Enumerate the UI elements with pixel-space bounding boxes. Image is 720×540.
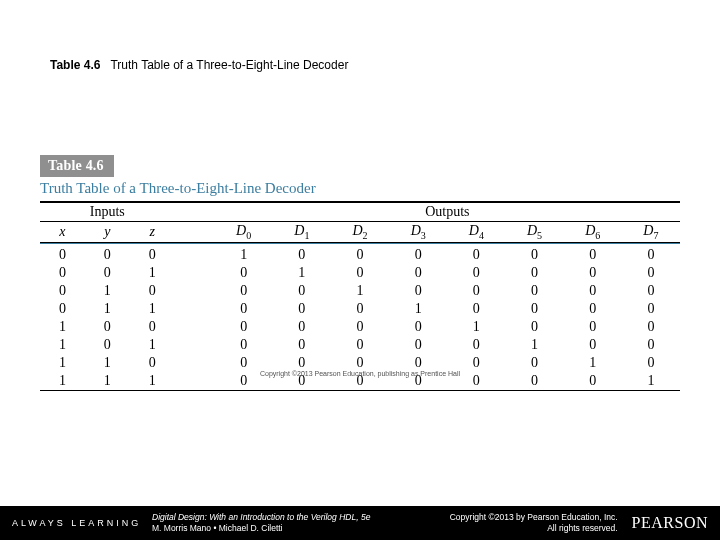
cell: 0	[447, 264, 505, 282]
cell: 0	[40, 246, 85, 264]
cell: 0	[273, 336, 331, 354]
copyright: Copyright ©2013 by Pearson Education, In…	[450, 512, 626, 533]
col-d7: D7	[622, 222, 680, 243]
cell: 0	[273, 300, 331, 318]
slide: Table 4.6Truth Table of a Three-to-Eight…	[0, 0, 720, 540]
cell: 0	[505, 246, 563, 264]
cell: 1	[130, 264, 175, 282]
cell: 0	[85, 318, 130, 336]
book-authors: M. Morris Mano • Michael D. Ciletti	[152, 523, 283, 533]
book-credit: Digital Design: With an Introduction to …	[122, 512, 450, 533]
cell: 1	[85, 282, 130, 300]
cell: 0	[505, 300, 563, 318]
cell: 0	[331, 318, 389, 336]
table-row: 00010000000	[40, 246, 680, 264]
cell: 0	[564, 300, 622, 318]
cell: 0	[447, 336, 505, 354]
group-inputs: Inputs	[40, 202, 175, 222]
figure-label: Table 4.6	[40, 155, 114, 177]
cell: 0	[331, 336, 389, 354]
cell: 0	[564, 318, 622, 336]
table-title: Truth Table of a Three-to-Eight-Line Dec…	[110, 58, 348, 72]
slide-heading: Table 4.6Truth Table of a Three-to-Eight…	[50, 58, 348, 72]
cell: 1	[273, 264, 331, 282]
cell: 0	[85, 246, 130, 264]
cell: 1	[130, 300, 175, 318]
cell: 0	[331, 264, 389, 282]
cell: 1	[85, 300, 130, 318]
cell: 0	[215, 282, 273, 300]
cell: 0	[505, 318, 563, 336]
cell: 0	[447, 282, 505, 300]
cell: 0	[622, 264, 680, 282]
cell: 0	[564, 264, 622, 282]
table-row: 01000100000	[40, 282, 680, 300]
cell: 0	[215, 300, 273, 318]
col-d5: D5	[505, 222, 563, 243]
cell: 0	[130, 282, 175, 300]
truth-table-figure: Table 4.6 Truth Table of a Three-to-Eigh…	[40, 155, 680, 391]
cell: 1	[40, 336, 85, 354]
header-row: x y z D0 D1 D2 D3 D4 D5 D6 D7	[40, 222, 680, 243]
col-d0: D0	[215, 222, 273, 243]
col-d6: D6	[564, 222, 622, 243]
table-row: 10000001000	[40, 318, 680, 336]
cell: 0	[273, 282, 331, 300]
book-title: Digital Design: With an Introduction to …	[152, 512, 370, 522]
cell: 0	[85, 264, 130, 282]
cell: 0	[40, 282, 85, 300]
truth-table-body: 0001000000000101000000010001000000110001…	[40, 246, 680, 391]
cell: 0	[622, 282, 680, 300]
col-y: y	[85, 222, 130, 243]
cell: 0	[130, 318, 175, 336]
cell: 1	[130, 336, 175, 354]
cell: 0	[564, 336, 622, 354]
cell: 0	[389, 336, 447, 354]
cell: 0	[622, 300, 680, 318]
cell: 0	[273, 246, 331, 264]
table-row: 01100010000	[40, 300, 680, 318]
cell: 0	[331, 300, 389, 318]
cell: 0	[622, 336, 680, 354]
footer-bar: ALWAYS LEARNING Digital Design: With an …	[0, 506, 720, 540]
cell: 0	[447, 246, 505, 264]
cell: 0	[505, 282, 563, 300]
col-d3: D3	[389, 222, 447, 243]
table-row: 00101000000	[40, 264, 680, 282]
cell: 0	[273, 318, 331, 336]
always-learning: ALWAYS LEARNING	[0, 518, 122, 528]
col-z: z	[130, 222, 175, 243]
cell: 0	[40, 300, 85, 318]
table-row: 10100000100	[40, 336, 680, 354]
cell: 0	[505, 264, 563, 282]
col-d2: D2	[331, 222, 389, 243]
col-d1: D1	[273, 222, 331, 243]
cell: 0	[85, 336, 130, 354]
cell: 0	[389, 282, 447, 300]
cell: 1	[40, 318, 85, 336]
cell: 0	[622, 318, 680, 336]
cell: 1	[505, 336, 563, 354]
truth-table: Inputs Outputs x y z D0 D1 D2 D3 D4 D5 D…	[40, 201, 680, 391]
image-credit: Copyright ©2013 Pearson Education, publi…	[0, 370, 720, 377]
group-outputs: Outputs	[215, 202, 680, 222]
cell: 0	[564, 282, 622, 300]
cell: 0	[622, 246, 680, 264]
cell: 1	[389, 300, 447, 318]
cell: 0	[331, 246, 389, 264]
cell: 1	[331, 282, 389, 300]
cell: 0	[447, 300, 505, 318]
col-x: x	[40, 222, 85, 243]
cell: 1	[215, 246, 273, 264]
cell: 0	[389, 318, 447, 336]
cell: 0	[215, 336, 273, 354]
cell: 1	[447, 318, 505, 336]
pearson-logo: PEARSON	[626, 514, 720, 532]
cell: 0	[389, 264, 447, 282]
table-number: Table 4.6	[50, 58, 100, 72]
cell: 0	[564, 246, 622, 264]
cell: 0	[130, 246, 175, 264]
figure-caption: Truth Table of a Three-to-Eight-Line Dec…	[40, 180, 680, 197]
cell: 0	[40, 264, 85, 282]
col-d4: D4	[447, 222, 505, 243]
